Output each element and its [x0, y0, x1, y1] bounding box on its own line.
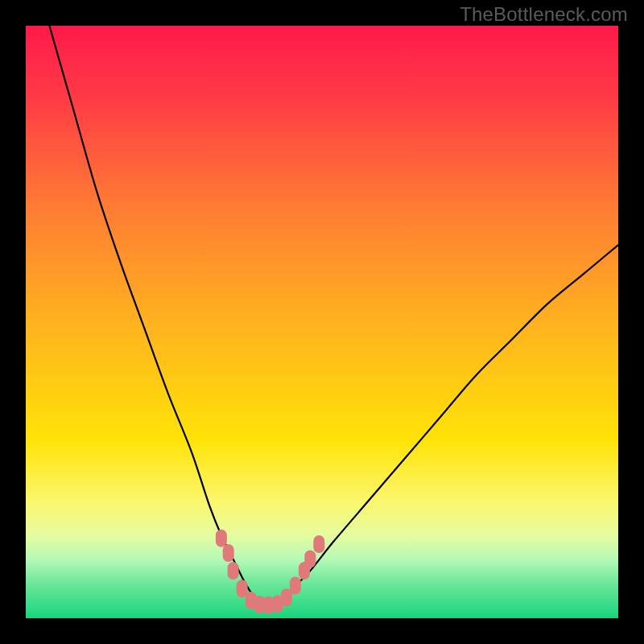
optimal-marker [313, 535, 324, 553]
plot-area [26, 26, 618, 618]
optimal-marker [223, 544, 234, 562]
chart-frame: TheBottleneck.com [0, 0, 644, 644]
optimal-marker [304, 550, 316, 568]
optimal-marker [228, 562, 239, 580]
bottleneck-chart [26, 26, 618, 618]
optimal-marker [216, 530, 227, 547]
watermark-text: TheBottleneck.com [460, 3, 628, 26]
optimal-marker [290, 577, 301, 595]
